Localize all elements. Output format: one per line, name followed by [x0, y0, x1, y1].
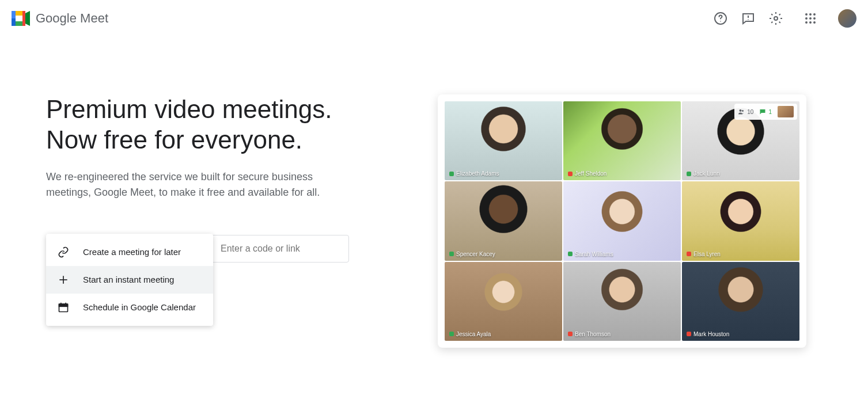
participant-name: Elizabeth Adams	[456, 170, 499, 177]
self-thumb	[778, 106, 794, 117]
dropdown-create-later[interactable]: Create a meeting for later	[46, 238, 213, 266]
code-input[interactable]	[211, 235, 349, 263]
svg-rect-4	[16, 21, 22, 26]
hero-actions: Create a meeting for later Start an inst…	[46, 235, 392, 263]
participant-tile: Jeff Sheldon	[563, 101, 681, 180]
participant-tile: Spencer Kacey	[445, 181, 562, 260]
chat-badge: 1	[768, 109, 772, 115]
preview-controls: 10 1	[734, 104, 797, 120]
main-content: Premium video meetings. Now free for eve…	[0, 37, 868, 348]
hero-left: Premium video meetings. Now free for eve…	[46, 94, 392, 348]
dropdown-item-label: Schedule in Google Calendar	[83, 302, 196, 312]
svg-point-19	[809, 21, 812, 24]
people-icon	[738, 108, 745, 115]
participant-tile: Jessica Ayala	[445, 262, 562, 341]
hero-headline: Premium video meetings. Now free for eve…	[46, 94, 392, 155]
participant-name: Sarah Williams	[575, 251, 613, 257]
participant-name: Mark Houston	[693, 331, 729, 337]
meet-logo-icon	[12, 11, 30, 26]
plus-icon	[58, 274, 69, 286]
participant-name: Jack Lunn	[693, 170, 720, 177]
calendar-icon	[58, 302, 69, 313]
dropdown-item-label: Create a meeting for later	[83, 247, 181, 257]
help-icon[interactable]	[714, 12, 727, 25]
svg-point-16	[809, 17, 812, 20]
header-actions	[714, 9, 856, 28]
svg-point-13	[809, 13, 812, 16]
svg-rect-1	[12, 18, 16, 26]
dropdown-start-instant[interactable]: Start an instant meeting	[46, 266, 213, 294]
svg-point-27	[740, 109, 742, 112]
status-dot	[568, 252, 573, 256]
brand-google: Google	[36, 11, 77, 25]
participant-tile: Sarah Williams	[563, 181, 681, 260]
headline-line2: Now free for everyone.	[46, 126, 302, 154]
status-dot	[687, 252, 691, 256]
svg-rect-24	[59, 304, 68, 306]
svg-rect-3	[16, 16, 22, 21]
brand: Google Meet	[12, 11, 108, 26]
headline-line1: Premium video meetings.	[46, 95, 332, 123]
status-dot	[687, 332, 691, 336]
participant-tile: Ben Thomson	[563, 262, 681, 341]
hero-right: 10 1 Elizabeth Adams Jeff Sheldon Jack L…	[438, 94, 806, 348]
svg-rect-2	[16, 11, 22, 16]
status-dot	[568, 332, 573, 336]
status-dot	[687, 172, 691, 176]
svg-point-17	[813, 17, 816, 20]
dropdown-schedule-calendar[interactable]: Schedule in Google Calendar	[46, 294, 213, 321]
brand-meet: Meet	[80, 11, 108, 25]
meeting-preview: 10 1 Elizabeth Adams Jeff Sheldon Jack L…	[438, 94, 806, 348]
status-dot	[568, 172, 573, 176]
svg-point-20	[813, 21, 816, 24]
feedback-icon[interactable]	[741, 12, 755, 25]
participant-tile: Elizabeth Adams	[445, 101, 562, 180]
dropdown-item-label: Start an instant meeting	[83, 275, 174, 284]
participant-name: Jeff Sheldon	[575, 170, 607, 177]
svg-point-28	[742, 110, 744, 112]
participant-count: 10	[747, 109, 753, 115]
apps-grid-icon[interactable]	[803, 12, 817, 25]
chat-icon	[759, 108, 766, 115]
svg-rect-5	[22, 11, 25, 26]
brand-text: Google Meet	[36, 11, 108, 26]
hero-subtext: We re-engineered the service we built fo…	[46, 169, 323, 200]
participant-name: Jessica Ayala	[456, 331, 491, 337]
participant-tile: Mark Houston	[682, 262, 799, 341]
svg-point-8	[720, 21, 721, 22]
new-meeting-dropdown: Create a meeting for later Start an inst…	[46, 234, 213, 326]
header: Google Meet	[0, 0, 868, 37]
svg-rect-0	[12, 11, 16, 18]
account-avatar[interactable]	[838, 9, 856, 28]
svg-point-18	[805, 21, 808, 24]
settings-icon[interactable]	[769, 12, 783, 25]
participant-name: Spencer Kacey	[456, 251, 495, 257]
svg-point-14	[813, 13, 816, 16]
svg-point-15	[805, 17, 808, 20]
svg-point-10	[748, 19, 749, 20]
participant-tile: Elsa Lyren	[682, 181, 799, 260]
status-dot	[449, 252, 454, 256]
participant-name: Elsa Lyren	[693, 251, 721, 257]
svg-point-12	[805, 13, 808, 16]
link-icon	[58, 246, 69, 258]
status-dot	[449, 172, 454, 176]
status-dot	[449, 332, 454, 336]
participant-name: Ben Thomson	[575, 331, 611, 337]
svg-point-11	[774, 17, 778, 20]
svg-marker-6	[25, 11, 30, 26]
